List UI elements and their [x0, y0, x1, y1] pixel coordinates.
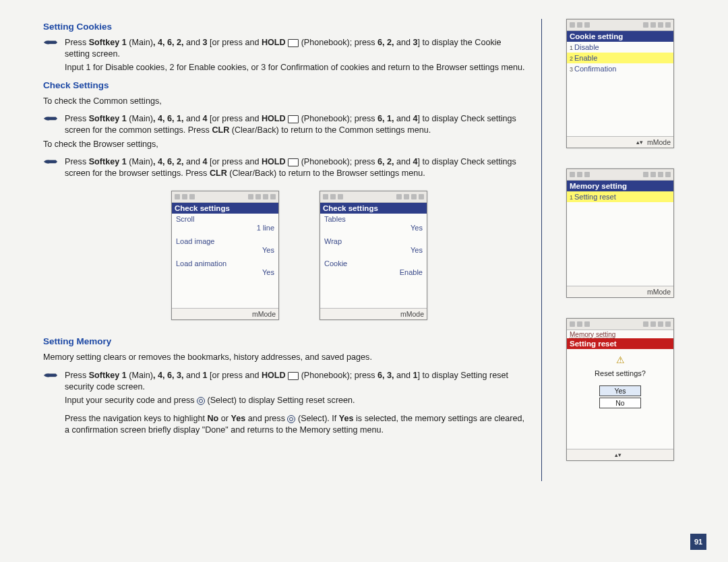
dialog-yes-button: Yes [599, 385, 641, 396]
dialog-message: Reset settings? [567, 369, 673, 377]
bullet-text: Press Softkey 1 (Main), 4, 6, 3, and 1 [… [65, 370, 528, 392]
menu-item-highlighted: 2Enable [567, 53, 673, 63]
phone-titlebar: Setting reset [567, 338, 673, 349]
setting-key: Wrap [324, 237, 423, 245]
phone-screenshot-check-browser: Check settings TablesYes WrapYes CookieE… [320, 191, 427, 320]
section-heading: Check Settings [43, 80, 528, 90]
phone-statusbar [567, 319, 673, 330]
softkey-label: mMode [647, 138, 671, 146]
phone-softkey-bar: ▴▾ [567, 449, 673, 460]
phone-titlebar: Check settings [320, 203, 427, 214]
phone-softkey-bar: ▴▾mMode [567, 136, 673, 148]
indent-text: Press the navigation keys to highlight N… [65, 413, 528, 435]
pointer-icon [43, 370, 58, 383]
warning-icon: ⚠ [567, 354, 673, 365]
phone-subheader: Memory setting [567, 330, 673, 338]
updown-icon: ▴▾ [615, 451, 621, 458]
bullet-text: Press Softkey 1 (Main), 4, 6, 2, and 3 [… [65, 37, 528, 59]
phonebook-icon [288, 372, 299, 380]
menu-item: 1Disable [567, 42, 673, 53]
phone-titlebar: Cookie setting [567, 31, 673, 42]
softkey-label: mMode [647, 288, 671, 296]
bullet-item: Press Softkey 1 (Main), 4, 6, 2, and 4 [… [43, 156, 528, 179]
bullet-item: Press Softkey 1 (Main), 4, 6, 2, and 3 [… [43, 37, 528, 59]
phone-screenshot-check-common: Check settings Scroll1 line Load imageYe… [171, 191, 279, 320]
setting-key: Load animation [176, 259, 274, 268]
body-text: To check the Browser settings, [43, 139, 528, 150]
setting-key: Cookie [324, 259, 423, 268]
section-heading: Setting Memory [43, 336, 528, 346]
phone-screenshot-memory-setting: Memory setting 1Setting reset mMode [566, 168, 674, 298]
phone-screenshot-cookie-setting: Cookie setting 1Disable 2Enable 3Confirm… [566, 19, 674, 148]
phonebook-icon [288, 115, 299, 123]
setting-key: Scroll [176, 215, 274, 223]
setting-key: Load image [176, 237, 274, 245]
dialog-no-button: No [599, 398, 641, 408]
pointer-icon [43, 37, 58, 51]
setting-value: Enable [324, 268, 423, 276]
phonebook-icon [288, 158, 299, 166]
setting-value: Yes [324, 246, 423, 254]
phonebook-icon [288, 39, 299, 47]
phone-softkey-bar: mMode [320, 308, 427, 319]
bullet-text: Press Softkey 1 (Main), 4, 6, 2, and 4 [… [65, 156, 528, 179]
menu-item: 3Confirmation [567, 63, 673, 74]
section-heading: Setting Cookies [43, 22, 528, 32]
phone-statusbar [320, 191, 427, 203]
phone-statusbar [567, 169, 673, 181]
setting-value: Yes [324, 224, 423, 232]
pointer-icon [43, 156, 58, 170]
bullet-item: Press Softkey 1 (Main), 4, 6, 1, and 4 [… [43, 113, 528, 135]
setting-value: 1 line [176, 224, 274, 232]
phone-titlebar: Check settings [172, 203, 278, 214]
setting-value: Yes [176, 268, 274, 276]
menu-item-highlighted: 1Setting reset [567, 191, 673, 202]
softkey-label: mMode [400, 310, 424, 318]
phone-statusbar [567, 20, 673, 31]
select-key-icon [287, 415, 295, 423]
setting-key: Tables [324, 215, 423, 223]
page-number: 91 [690, 534, 706, 550]
bullet-text: Press Softkey 1 (Main), 4, 6, 1, and 4 [… [65, 113, 528, 135]
indent-text: Input 1 for Disable cookies, 2 for Enabl… [65, 62, 528, 73]
pointer-icon [43, 113, 58, 127]
softkey-label: mMode [252, 310, 276, 318]
bullet-item: Press Softkey 1 (Main), 4, 6, 3, and 1 [… [43, 370, 528, 392]
phone-softkey-bar: mMode [567, 286, 673, 297]
indent-text: Input your security code and press (Sele… [65, 395, 528, 406]
body-text: Memory setting clears or removes the boo… [43, 352, 528, 363]
setting-value: Yes [176, 246, 274, 254]
select-key-icon [197, 397, 205, 405]
phone-statusbar [172, 191, 278, 203]
body-text: To check the Common settings, [43, 96, 528, 107]
phone-softkey-bar: mMode [172, 308, 278, 319]
phone-titlebar: Memory setting [567, 181, 673, 191]
updown-icon: ▴▾ [636, 139, 643, 146]
phone-screenshot-setting-reset: Memory setting Setting reset ⚠ Reset set… [566, 318, 674, 461]
